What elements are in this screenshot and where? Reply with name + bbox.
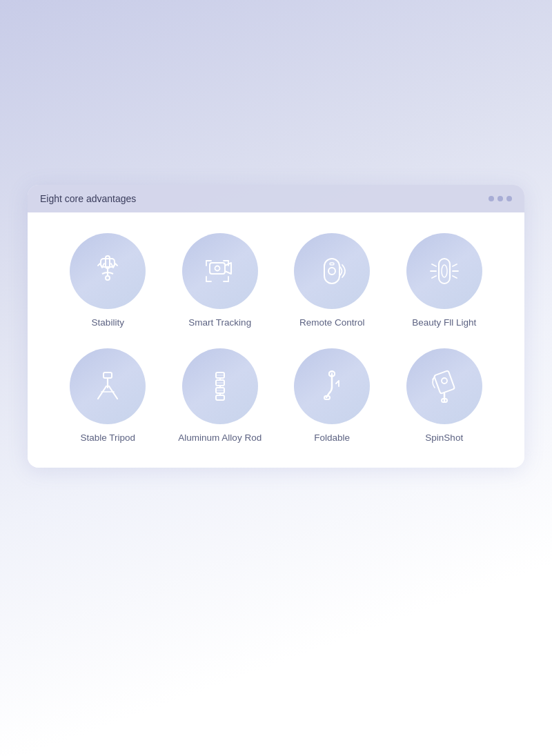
foldable-icon-circle	[294, 348, 370, 424]
svg-line-20	[109, 386, 117, 399]
svg-line-15	[453, 276, 457, 278]
svg-point-5	[215, 266, 219, 271]
card-header: Eight core advantages	[28, 185, 524, 212]
spinshot-icon-circle	[406, 348, 482, 424]
aluminum-alloy-rod-icon-circle	[182, 348, 258, 424]
svg-line-10	[432, 264, 436, 266]
dot-3	[506, 196, 512, 201]
icon-item-smart-tracking: Smart Tracking	[168, 233, 273, 328]
svg-line-19	[98, 386, 106, 399]
aluminum-alloy-rod-icon	[201, 367, 239, 406]
spinshot-label: SpinShot	[425, 432, 463, 443]
spinshot-icon	[425, 367, 464, 406]
icon-item-spinshot: SpinShot	[392, 348, 497, 443]
foldable-icon	[313, 367, 351, 406]
smart-tracking-icon	[201, 252, 239, 290]
icon-item-stability: Stability	[55, 233, 161, 328]
header-dots	[489, 196, 512, 201]
card: Eight core advantages	[28, 185, 524, 468]
icons-grid: Stability	[55, 233, 497, 443]
beauty-fill-light-icon-circle	[406, 233, 482, 309]
svg-point-3	[106, 276, 110, 280]
svg-rect-37	[434, 370, 455, 394]
beauty-fill-light-label: Beauty Fll Light	[412, 317, 476, 328]
card-body: Stability	[28, 212, 524, 468]
svg-rect-17	[103, 372, 112, 378]
icon-item-aluminum-alloy-rod: Aluminum Alloy Rod	[168, 348, 273, 443]
remote-control-label: Remote Control	[299, 317, 365, 328]
stability-icon	[88, 252, 127, 290]
icon-item-beauty-fill-light: Beauty Fll Light	[392, 233, 497, 328]
svg-line-12	[432, 276, 436, 278]
remote-control-icon	[313, 252, 351, 290]
stability-icon-circle	[70, 233, 146, 309]
stable-tripod-icon	[88, 367, 127, 406]
card-title: Eight core advantages	[40, 193, 136, 204]
svg-point-16	[442, 265, 447, 277]
svg-line-13	[453, 264, 457, 266]
svg-point-38	[442, 378, 447, 384]
page-wrapper: Eight core advantages	[0, 0, 552, 756]
icon-item-remote-control: Remote Control	[279, 233, 385, 328]
smart-tracking-icon-circle	[182, 233, 258, 309]
dot-1	[489, 196, 494, 201]
remote-control-icon-circle	[294, 233, 370, 309]
smart-tracking-label: Smart Tracking	[188, 317, 251, 328]
icon-item-stable-tripod: Stable Tripod	[55, 348, 161, 443]
stable-tripod-label: Stable Tripod	[80, 432, 135, 443]
svg-rect-28	[216, 395, 224, 400]
foldable-label: Foldable	[314, 432, 350, 443]
dot-2	[497, 196, 503, 201]
stable-tripod-icon-circle	[70, 348, 146, 424]
svg-point-7	[328, 268, 335, 275]
svg-rect-9	[439, 259, 450, 284]
svg-rect-4	[210, 263, 225, 274]
stability-label: Stability	[92, 317, 124, 328]
aluminum-alloy-rod-label: Aluminum Alloy Rod	[178, 432, 262, 443]
svg-rect-8	[330, 263, 334, 265]
beauty-fill-light-icon	[425, 252, 464, 290]
icon-item-foldable: Foldable	[279, 348, 385, 443]
